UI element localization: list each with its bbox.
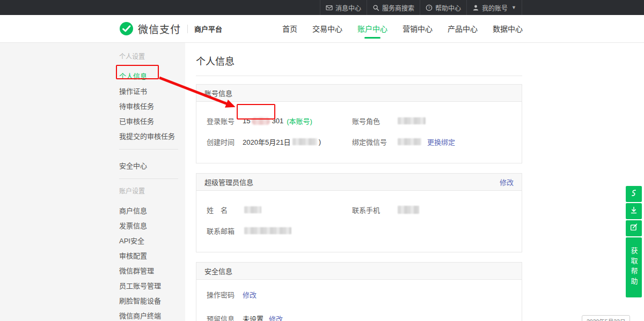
bound-wechat-label: 绑定微信号 <box>352 137 396 147</box>
sidebar-item-api-security[interactable]: API安全 <box>119 232 185 247</box>
nav-account-center[interactable]: 账户中心 <box>355 15 390 43</box>
nav-data-center[interactable]: 数据中心 <box>491 15 525 43</box>
account-info-card: 账号信息 登录账号 15 301 (本账号) <box>196 84 522 163</box>
edit-icon <box>629 222 639 234</box>
link-button[interactable] <box>626 186 642 202</box>
security-info-card-header: 安全信息 <box>196 263 522 280</box>
sidebar-item-staff-account-mgmt[interactable]: 员工账号管理 <box>119 277 185 292</box>
caret-down-icon: ▼ <box>511 5 516 10</box>
search-icon <box>372 4 379 11</box>
feedback-button[interactable] <box>626 220 642 236</box>
sidebar-item-wechat-merchant-terminal[interactable]: 微信商户终端 <box>119 307 185 321</box>
topbar-item-provider-search[interactable]: 服务商搜索 <box>367 0 420 15</box>
topbar-item-label: 我的账号 <box>482 3 508 12</box>
card-title: 超级管理员信息 <box>204 177 253 187</box>
sidebar-item-personal-info[interactable]: 个人信息 <box>119 67 185 82</box>
sidebar-item-reviewed-tasks[interactable]: 已审核任务 <box>119 112 185 127</box>
login-account-label: 登录账号 <box>207 116 243 126</box>
contact-email-label: 联系邮箱 <box>207 226 243 236</box>
operation-password-label: 操作密码 <box>207 289 243 300</box>
sidebar-item-face-smart-device[interactable]: 刷脸智能设备 <box>119 292 185 307</box>
sidebar-item-my-submitted-tasks[interactable]: 我提交的审核任务 <box>119 127 185 142</box>
site-header: 微信支付 商户平台 首页 交易中心 账户中心 营销中心 产品中心 数据中心 <box>0 15 644 43</box>
brand-name: 微信支付 <box>138 21 181 36</box>
created-time-label: 创建时间 <box>207 137 243 147</box>
topbar-item-label: 服务商搜索 <box>382 3 414 12</box>
user-icon <box>472 4 479 11</box>
page-title: 个人信息 <box>196 54 644 68</box>
nav-product-center[interactable]: 产品中心 <box>445 15 480 43</box>
sidebar-item-merchant-info[interactable]: 商户信息 <box>119 201 185 217</box>
reserved-modify-link[interactable]: 修改 <box>269 313 283 321</box>
admin-modify-link[interactable]: 修改 <box>500 177 514 187</box>
contact-phone-label: 联系手机 <box>352 205 396 215</box>
redacted-contact-email <box>244 227 291 234</box>
sidebar-divider <box>119 149 178 150</box>
redacted-created-tail <box>292 138 317 145</box>
account-role-label: 账号角色 <box>352 116 396 126</box>
created-time-value: 2020年5月21日 ) <box>243 137 321 147</box>
date-tooltip: 2020年5月22日 <box>582 315 630 321</box>
download-icon <box>629 205 639 217</box>
brand-divider <box>187 25 188 33</box>
security-info-card: 安全信息 操作密码 修改 预留信息 未设置 修改 预留信息是由你自己设置的一段文… <box>196 262 522 321</box>
topbar-item-label: 消息中心 <box>335 3 361 12</box>
sidebar-divider <box>119 178 178 179</box>
redacted-login-middle <box>252 117 270 125</box>
sidebar-item-security-center[interactable]: 安全中心 <box>119 156 185 171</box>
title-divider <box>196 76 522 76</box>
nav-transaction-center[interactable]: 交易中心 <box>310 15 345 43</box>
redacted-admin-name <box>244 206 261 213</box>
svg-text:?: ? <box>428 5 430 10</box>
help-icon: ? <box>426 4 433 11</box>
sidebar-item-pending-review-tasks[interactable]: 待审核任务 <box>119 97 185 112</box>
admin-name-label: 姓 名 <box>207 205 243 215</box>
login-account-value: 15 301 (本账号) <box>243 116 312 126</box>
topbar-item-message-center[interactable]: 消息中心 <box>320 0 367 15</box>
card-title: 安全信息 <box>204 266 232 276</box>
link-icon <box>629 188 639 200</box>
card-title: 账号信息 <box>204 88 232 98</box>
redacted-contact-phone <box>398 206 419 214</box>
topbar-item-my-account[interactable]: 我的账号 ▼ <box>466 0 522 15</box>
reserved-info-value: 未设置 <box>243 313 264 321</box>
account-info-card-header: 账号信息 <box>196 85 522 102</box>
nav-home[interactable]: 首页 <box>280 15 299 43</box>
utility-topbar: 消息中心 服务商搜索 ? 帮助中心 我的账号 ▼ <box>0 0 644 15</box>
redacted-account-role <box>398 117 426 124</box>
get-help-button[interactable]: 获取帮助 <box>626 237 642 297</box>
mail-icon <box>326 4 333 11</box>
merchant-platform-page: 消息中心 服务商搜索 ? 帮助中心 我的账号 ▼ 微信支付 商户平台 首页 交易… <box>0 0 644 321</box>
sidebar-item-wechat-group-mgmt[interactable]: 微信群管理 <box>119 262 185 277</box>
super-admin-card: 超级管理员信息 修改 姓 名 联系手机 <box>196 173 522 252</box>
super-admin-card-header: 超级管理员信息 修改 <box>196 174 522 191</box>
brand[interactable]: 微信支付 商户平台 <box>119 21 222 36</box>
sidebar-section-personal-settings: 个人设置 <box>119 51 185 61</box>
current-account-note: (本账号) <box>287 116 312 126</box>
sidebar-section-account-settings: 账户设置 <box>119 186 185 195</box>
password-modify-link[interactable]: 修改 <box>243 289 257 300</box>
main-nav: 首页 交易中心 账户中心 营销中心 产品中心 数据中心 <box>280 15 525 43</box>
download-button[interactable] <box>626 203 642 219</box>
wechat-pay-logo-icon <box>119 21 134 36</box>
sidebar-item-invoice-info[interactable]: 发票信息 <box>119 217 185 232</box>
sidebar-item-review-config[interactable]: 审核配置 <box>119 247 185 262</box>
portal-name: 商户平台 <box>194 24 222 34</box>
reserved-info-label: 预留信息 <box>207 313 243 321</box>
redacted-wechat-id <box>398 138 421 145</box>
sidebar-item-operation-certificate[interactable]: 操作证书 <box>119 82 185 97</box>
topbar-item-label: 帮助中心 <box>435 3 461 12</box>
float-help-bar: 获取帮助 <box>626 186 642 297</box>
topbar-item-help-center[interactable]: ? 帮助中心 <box>420 0 466 15</box>
sidebar: 个人设置 个人信息 操作证书 待审核任务 已审核任务 我提交的审核任务 安全中心… <box>0 43 185 321</box>
change-binding-link[interactable]: 更换绑定 <box>427 137 455 147</box>
nav-marketing-center[interactable]: 营销中心 <box>400 15 435 43</box>
main-content: 个人信息 账号信息 登录账号 15 301 ( <box>185 43 644 321</box>
